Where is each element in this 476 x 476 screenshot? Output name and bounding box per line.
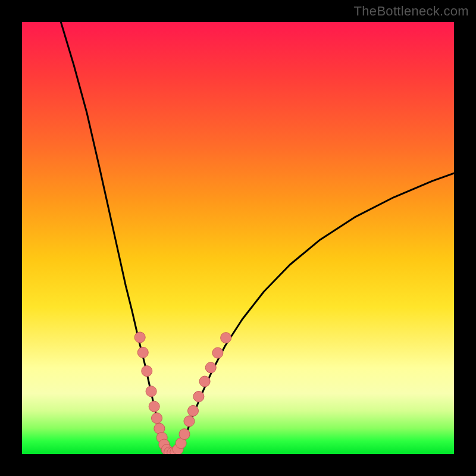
- curve-marker: [188, 405, 199, 416]
- curve-marker: [221, 333, 231, 343]
- curve-marker: [205, 362, 216, 373]
- curve-marker: [146, 386, 156, 397]
- chart-svg: [22, 22, 454, 454]
- watermark-text: TheBottleneck.com: [354, 4, 469, 19]
- curve-marker: [212, 347, 223, 358]
- curve-marker: [184, 416, 195, 427]
- chart-frame: TheBottleneck.com: [0, 0, 476, 476]
- curve-marker: [137, 347, 148, 358]
- curve-markers: [134, 332, 231, 454]
- plot-area: [22, 22, 454, 454]
- bottleneck-curve: [61, 22, 454, 453]
- curve-marker: [134, 332, 145, 343]
- curve-marker: [152, 413, 162, 424]
- curve-marker: [142, 366, 152, 377]
- curve-marker: [149, 401, 159, 412]
- curve-marker: [199, 376, 210, 387]
- curve-marker: [179, 429, 190, 440]
- curve-marker: [193, 391, 204, 402]
